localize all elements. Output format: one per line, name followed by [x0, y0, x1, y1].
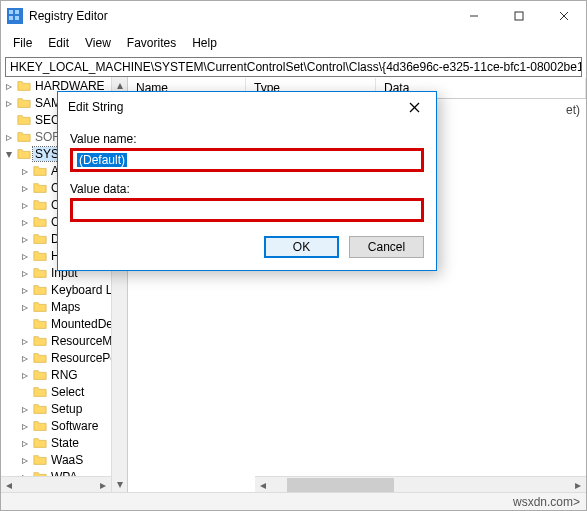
scroll-down-icon[interactable]: ▾ — [112, 476, 128, 492]
value-name-input[interactable]: (Default) — [77, 153, 127, 167]
address-bar[interactable]: HKEY_LOCAL_MACHINE\SYSTEM\CurrentControl… — [5, 57, 582, 77]
svg-rect-3 — [9, 16, 13, 20]
expand-icon[interactable]: ▹ — [19, 216, 31, 228]
svg-rect-4 — [15, 16, 19, 20]
expand-icon[interactable]: ▹ — [19, 420, 31, 432]
minimize-button[interactable] — [451, 2, 496, 30]
menubar: File Edit View Favorites Help — [1, 31, 586, 55]
tree-item[interactable]: ▹RNG — [1, 366, 127, 383]
tree-item-label: State — [49, 436, 81, 450]
value-name-field[interactable]: (Default) — [70, 148, 424, 172]
list-hscrollbar[interactable]: ◂ ▸ — [255, 476, 586, 492]
expand-icon[interactable]: ▹ — [19, 267, 31, 279]
main-window: Registry Editor File Edit View Favorites… — [0, 0, 587, 511]
expand-icon[interactable]: ▹ — [3, 97, 15, 109]
expand-icon[interactable]: ▹ — [19, 403, 31, 415]
cancel-button[interactable]: Cancel — [349, 236, 424, 258]
svg-rect-6 — [515, 12, 523, 20]
tree-item[interactable]: ▹ResourcePolicyStore — [1, 349, 127, 366]
tree-item[interactable]: MountedDevices — [1, 315, 127, 332]
expand-icon[interactable]: ▹ — [19, 165, 31, 177]
expand-icon[interactable]: ▹ — [19, 233, 31, 245]
address-text: HKEY_LOCAL_MACHINE\SYSTEM\CurrentControl… — [10, 60, 582, 74]
expand-icon[interactable]: ▹ — [19, 437, 31, 449]
tree-item[interactable]: ▹Maps — [1, 298, 127, 315]
window-title: Registry Editor — [29, 9, 451, 23]
svg-rect-1 — [9, 10, 13, 14]
tree-item[interactable]: ▹Software — [1, 417, 127, 434]
tree-item-label: Maps — [49, 300, 82, 314]
scroll-thumb[interactable] — [287, 478, 394, 492]
menu-edit[interactable]: Edit — [40, 33, 77, 53]
close-button[interactable] — [541, 2, 586, 30]
expand-icon[interactable]: ▹ — [19, 335, 31, 347]
regedit-icon — [7, 8, 23, 24]
expand-icon[interactable]: ▾ — [3, 148, 15, 160]
expand-icon[interactable]: ▹ — [19, 352, 31, 364]
status-text: wsxdn.com> — [513, 495, 580, 509]
scroll-left-icon[interactable]: ◂ — [1, 477, 17, 493]
tree-hscrollbar[interactable]: ◂▸ — [1, 476, 111, 492]
tree-item-label: Select — [49, 385, 86, 399]
scroll-right-icon[interactable]: ▸ — [95, 477, 111, 493]
tree-item-label: RNG — [49, 368, 80, 382]
expand-icon[interactable]: ▹ — [19, 284, 31, 296]
edit-string-dialog: Edit String Value name: (Default) Value … — [57, 91, 437, 271]
dialog-body: Value name: (Default) Value data: OK Can… — [58, 122, 436, 270]
expand-icon[interactable]: ▹ — [3, 80, 15, 92]
value-name-label: Value name: — [70, 132, 424, 146]
tree-item-label: Software — [49, 419, 100, 433]
expand-icon[interactable]: ▹ — [19, 199, 31, 211]
menu-help[interactable]: Help — [184, 33, 225, 53]
dialog-title: Edit String — [68, 100, 398, 114]
tree-item[interactable]: Select — [1, 383, 127, 400]
value-data-field[interactable] — [70, 198, 424, 222]
expand-icon[interactable] — [19, 386, 31, 398]
expand-icon[interactable]: ▹ — [19, 454, 31, 466]
expand-icon[interactable]: ▹ — [19, 250, 31, 262]
expand-icon[interactable] — [3, 114, 15, 126]
tree-item[interactable]: ▹Setup — [1, 400, 127, 417]
scroll-right-icon[interactable]: ▸ — [570, 477, 586, 493]
menu-favorites[interactable]: Favorites — [119, 33, 184, 53]
tree-item[interactable]: ▹Keyboard Layout — [1, 281, 127, 298]
expand-icon[interactable]: ▹ — [3, 131, 15, 143]
dialog-titlebar[interactable]: Edit String — [58, 92, 436, 122]
dialog-close-button[interactable] — [398, 95, 430, 119]
tree-item[interactable]: ▹ResourceManager — [1, 332, 127, 349]
tree-item-label: WaaS — [49, 453, 85, 467]
tree-item[interactable]: ▹State — [1, 434, 127, 451]
menu-file[interactable]: File — [5, 33, 40, 53]
scroll-left-icon[interactable]: ◂ — [255, 477, 271, 493]
expand-icon[interactable]: ▹ — [19, 301, 31, 313]
menu-view[interactable]: View — [77, 33, 119, 53]
window-controls — [451, 2, 586, 30]
tree-item-label: Setup — [49, 402, 84, 416]
maximize-button[interactable] — [496, 2, 541, 30]
tree-item[interactable]: ▹WaaS — [1, 451, 127, 468]
value-data-label: Value data: — [70, 182, 424, 196]
ok-button[interactable]: OK — [264, 236, 339, 258]
statusbar: wsxdn.com> — [1, 492, 586, 510]
value-data-input[interactable] — [77, 202, 417, 218]
expand-icon[interactable] — [19, 318, 31, 330]
dialog-buttons: OK Cancel — [70, 236, 424, 258]
titlebar: Registry Editor — [1, 1, 586, 31]
expand-icon[interactable]: ▹ — [19, 369, 31, 381]
list-row-data-partial: et) — [566, 103, 580, 117]
expand-icon[interactable]: ▹ — [19, 182, 31, 194]
svg-rect-2 — [15, 10, 19, 14]
